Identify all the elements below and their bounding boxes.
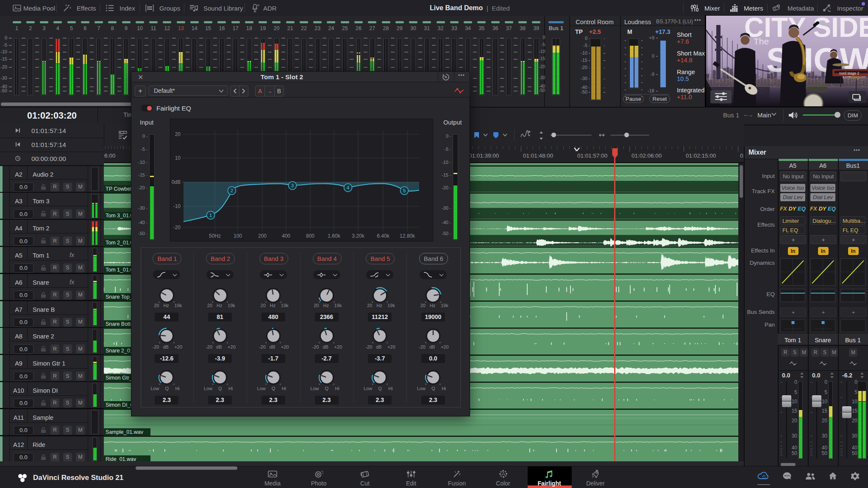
svg-text:3: 3 — [291, 183, 294, 188]
svg-text:1: 1 — [209, 213, 212, 218]
svg-text:200: 200 — [258, 233, 267, 239]
svg-text:3.20k: 3.20k — [352, 233, 364, 239]
svg-text:0dB: 0dB — [172, 179, 181, 185]
svg-text:50Hz: 50Hz — [209, 233, 221, 239]
svg-text:2: 2 — [231, 188, 233, 193]
svg-text:6.40k: 6.40k — [377, 233, 389, 239]
svg-text:10: 10 — [175, 155, 181, 161]
svg-text:100: 100 — [234, 233, 242, 239]
svg-text:-20: -20 — [173, 225, 181, 230]
svg-text:1.60k: 1.60k — [328, 233, 340, 239]
svg-text:4: 4 — [347, 185, 350, 190]
svg-text:nord stage 2: nord stage 2 — [839, 71, 860, 75]
svg-text:400: 400 — [282, 233, 290, 239]
svg-text:12.80k: 12.80k — [400, 233, 415, 239]
svg-text:-10: -10 — [173, 203, 181, 209]
svg-text:5: 5 — [403, 188, 406, 193]
svg-text:800: 800 — [306, 233, 314, 239]
svg-text:20: 20 — [175, 131, 181, 137]
